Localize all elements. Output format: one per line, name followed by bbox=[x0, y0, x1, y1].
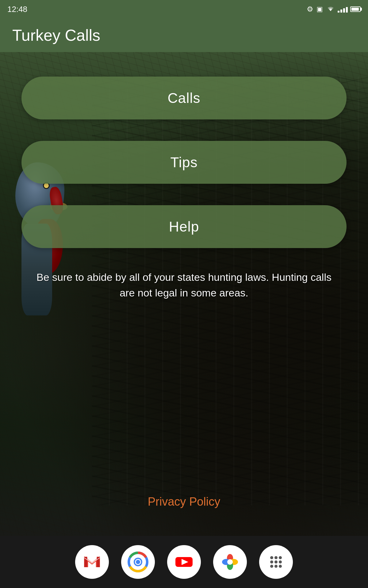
battery-icon bbox=[350, 6, 361, 12]
gmail-icon bbox=[82, 552, 102, 572]
app-title: Turkey Calls bbox=[12, 26, 100, 44]
settings-icon: ⚙ bbox=[307, 5, 313, 13]
svg-point-22 bbox=[274, 560, 278, 564]
dock-youtube[interactable] bbox=[167, 545, 201, 579]
signal-area bbox=[326, 6, 361, 13]
bottom-dock bbox=[0, 536, 368, 588]
svg-point-20 bbox=[279, 556, 282, 559]
svg-rect-2 bbox=[97, 557, 100, 567]
tips-button[interactable]: Tips bbox=[21, 141, 347, 184]
status-icons: ⚙ ▣ bbox=[307, 5, 361, 13]
dock-chrome[interactable] bbox=[121, 545, 155, 579]
help-button[interactable]: Help bbox=[21, 205, 347, 248]
disclaimer-text: Be sure to abide by all of your states h… bbox=[21, 270, 347, 301]
wifi-icon bbox=[326, 6, 335, 13]
svg-point-24 bbox=[270, 565, 273, 568]
svg-point-25 bbox=[274, 565, 278, 568]
main-content: Calls Tips Help Be sure to abide by all … bbox=[0, 52, 368, 548]
grid-icon bbox=[266, 552, 286, 572]
dock-grid[interactable] bbox=[259, 545, 293, 579]
svg-point-16 bbox=[227, 559, 233, 565]
svg-rect-1 bbox=[84, 557, 87, 567]
status-bar: 12:48 ⚙ ▣ bbox=[0, 0, 368, 18]
content-area: Calls Tips Help Be sure to abide by all … bbox=[0, 52, 368, 301]
app-bar: Turkey Calls bbox=[0, 18, 368, 52]
privacy-policy-link[interactable]: Privacy Policy bbox=[148, 495, 220, 508]
status-time: 12:48 bbox=[7, 5, 27, 14]
sim-icon: ▣ bbox=[316, 5, 323, 13]
svg-point-26 bbox=[279, 565, 282, 568]
dock-photos[interactable] bbox=[213, 545, 247, 579]
svg-point-7 bbox=[136, 560, 140, 564]
youtube-icon bbox=[174, 552, 194, 572]
calls-button[interactable]: Calls bbox=[21, 77, 347, 119]
dock-gmail[interactable] bbox=[75, 545, 109, 579]
signal-bars bbox=[338, 6, 348, 13]
svg-point-23 bbox=[279, 560, 282, 564]
svg-point-19 bbox=[274, 556, 278, 559]
svg-point-21 bbox=[270, 560, 273, 564]
photos-icon bbox=[220, 552, 240, 572]
svg-point-18 bbox=[270, 556, 273, 559]
chrome-icon bbox=[128, 552, 148, 572]
